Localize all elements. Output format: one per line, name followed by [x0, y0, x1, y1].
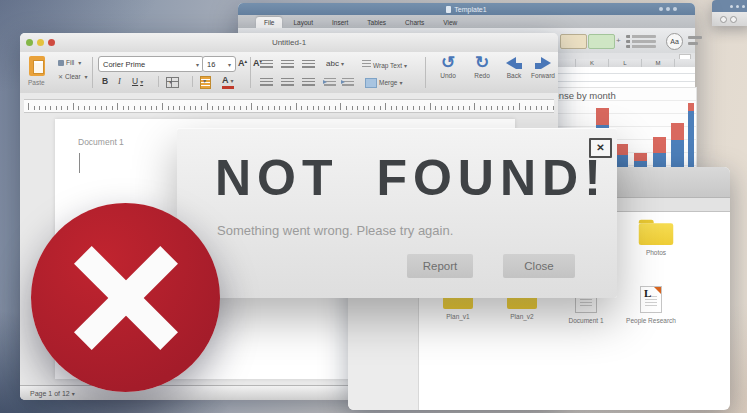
paste-icon[interactable]	[29, 56, 45, 76]
file-item-label: Document 1	[554, 317, 618, 324]
background-window-titlebar	[712, 0, 747, 12]
align-center-button[interactable]	[281, 60, 294, 69]
tab-view[interactable]: View	[435, 17, 465, 28]
ruler	[24, 99, 554, 113]
clear-icon	[58, 73, 63, 80]
tab-file[interactable]: File	[256, 17, 282, 28]
column-header-l[interactable]: L	[623, 60, 626, 66]
wrap-text-dropdown[interactable]: Wrap Text	[362, 60, 407, 69]
back-button[interactable]: Back	[499, 54, 529, 79]
column-header-k[interactable]: K	[590, 60, 594, 66]
word-processor-toolbar: Paste Fill Clear Corier Prime 16 A A B I…	[20, 52, 558, 94]
tab-charts[interactable]: Charts	[397, 17, 432, 28]
italic-button[interactable]: I	[118, 76, 121, 86]
align-right-button[interactable]	[302, 60, 315, 69]
merge-dropdown[interactable]: Merge	[365, 78, 402, 88]
font-name-select[interactable]: Corier Prime	[98, 56, 204, 72]
zoom-out-icon[interactable]	[720, 16, 727, 23]
undo-icon: ↺	[433, 54, 463, 72]
font-color-dropdown[interactable]	[222, 75, 234, 89]
cell-style-swatch-green[interactable]	[588, 34, 615, 49]
back-icon	[506, 57, 516, 69]
delete-row-button[interactable]	[626, 40, 656, 43]
insert-row-button[interactable]	[626, 35, 656, 38]
window-dot-icon	[730, 5, 733, 8]
column-header-m[interactable]: M	[656, 60, 661, 66]
spreadsheet-title: Template1	[454, 6, 486, 13]
background-window-toolbar	[712, 12, 747, 26]
window-controls[interactable]	[659, 7, 677, 11]
window-dot-icon	[736, 5, 739, 8]
fill-icon	[58, 60, 64, 66]
highlight-color-dropdown[interactable]	[200, 76, 211, 89]
justify-right-button[interactable]	[302, 78, 315, 87]
zoom-in-icon[interactable]	[730, 16, 737, 23]
indent-increase-button[interactable]	[342, 78, 354, 87]
window-minimize-button[interactable]	[37, 39, 44, 46]
tab-insert[interactable]: Insert	[324, 17, 356, 28]
indent-decrease-button[interactable]	[324, 78, 336, 87]
clear-dropdown[interactable]: Clear	[58, 73, 88, 80]
format-button[interactable]	[688, 36, 702, 39]
bold-button[interactable]: B	[102, 76, 108, 86]
fill-dropdown[interactable]: Fill	[58, 59, 81, 66]
file-item-label: Photos	[624, 249, 688, 256]
format-row-button[interactable]	[626, 45, 656, 48]
file-item-label: Plan_v1	[426, 313, 490, 320]
window-dot-icon[interactable]	[659, 7, 663, 11]
increase-font-button[interactable]: A	[238, 58, 247, 68]
redo-button[interactable]: ↻ Redo	[467, 54, 497, 79]
font-size-select[interactable]: 16	[202, 56, 236, 72]
text-cursor	[79, 153, 80, 173]
report-button[interactable]: Report	[407, 254, 473, 278]
merge-cells-icon	[365, 78, 377, 88]
forward-icon	[541, 57, 551, 69]
strikethrough-dropdown[interactable]: abc	[326, 59, 344, 68]
tab-layout[interactable]: Layout	[285, 17, 321, 28]
error-badge	[31, 203, 220, 392]
window-close-button[interactable]	[26, 39, 33, 46]
window-dot-icon[interactable]	[666, 7, 670, 11]
page-count-dropdown[interactable]: Page 1 of 12	[30, 390, 75, 397]
file-item-label: Plan_v2	[490, 313, 554, 320]
tab-tables[interactable]: Tables	[359, 17, 394, 28]
paragraph-button[interactable]	[688, 42, 698, 45]
word-processor-title: Untitled-1	[272, 38, 306, 47]
forward-button[interactable]: Forward	[528, 54, 558, 79]
document-text: Document 1	[78, 137, 124, 147]
file-item-photos[interactable]: Photos	[624, 222, 688, 256]
spreadsheet-titlebar[interactable]: Template1	[238, 3, 695, 15]
justify-button[interactable]	[260, 78, 273, 87]
file-item-people-research[interactable]: LPeople Research	[619, 286, 683, 324]
document-icon	[446, 6, 451, 13]
letter-glyph: L	[644, 287, 651, 299]
redo-icon: ↻	[467, 54, 497, 72]
window-zoom-button[interactable]	[48, 39, 55, 46]
close-button[interactable]: Close	[503, 254, 575, 278]
spreadsheet-tab-bar: FileLayoutInsertTablesChartsView	[238, 15, 695, 28]
background-window-fragment	[712, 0, 747, 26]
window-dot-icon	[742, 5, 745, 8]
window-dot-icon[interactable]	[673, 7, 677, 11]
document-icon: L	[640, 286, 662, 313]
dialog-message: Something went wrong. Please try again.	[217, 223, 453, 238]
underline-button[interactable]: U	[132, 76, 143, 86]
file-item-label: People Research	[619, 317, 683, 324]
dialog-title: NOT FOUND!	[215, 149, 607, 207]
themes-button[interactable]: Aa	[666, 33, 683, 50]
desktop: Template1 FileLayoutInsertTablesChartsVi…	[0, 0, 747, 413]
wrap-text-icon	[362, 60, 371, 68]
align-left-button[interactable]	[260, 60, 273, 69]
add-style-button[interactable]: +	[616, 36, 621, 45]
cell-style-swatch-tan[interactable]	[560, 34, 587, 49]
justify-center-button[interactable]	[281, 78, 294, 87]
error-dialog: ✕ NOT FOUND! Something went wrong. Pleas…	[177, 128, 617, 298]
word-processor-titlebar[interactable]: Untitled-1	[20, 33, 558, 53]
paste-button-label[interactable]: Paste	[28, 79, 45, 86]
folder-icon	[639, 223, 674, 245]
undo-button[interactable]: ↺ Undo	[433, 54, 463, 79]
borders-dropdown[interactable]	[166, 77, 179, 88]
